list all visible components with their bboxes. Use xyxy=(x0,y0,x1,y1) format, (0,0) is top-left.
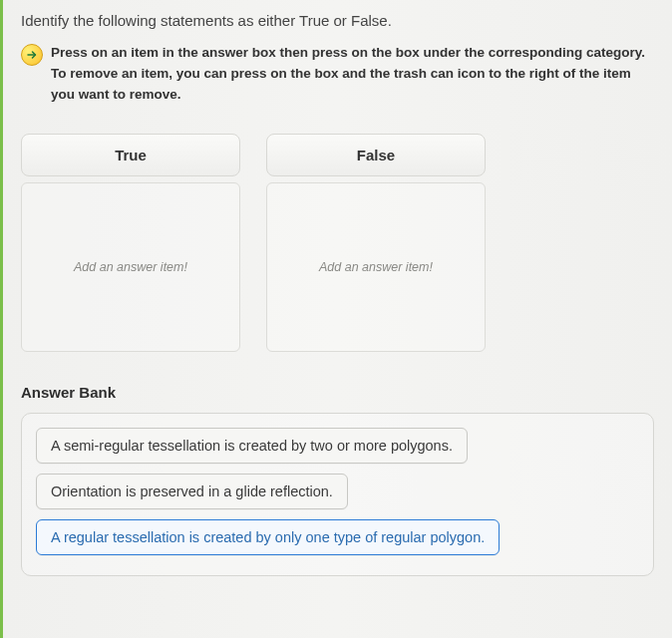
dropzone-false[interactable]: Add an answer item! xyxy=(266,182,486,352)
arrow-right-icon xyxy=(21,44,43,66)
dropzone-placeholder: Add an answer item! xyxy=(74,260,187,274)
instructions-text: Press on an item in the answer box then … xyxy=(51,43,654,106)
answer-item[interactable]: A semi-regular tessellation is created b… xyxy=(36,428,468,464)
answer-bank-container: A semi-regular tessellation is created b… xyxy=(21,413,654,576)
answer-bank-title: Answer Bank xyxy=(21,384,654,401)
category-true: True Add an answer item! xyxy=(21,134,240,352)
answer-item[interactable]: A regular tessellation is created by onl… xyxy=(36,519,500,555)
categories-container: True Add an answer item! False Add an an… xyxy=(21,134,654,352)
answer-item[interactable]: Orientation is preserved in a glide refl… xyxy=(36,474,348,509)
category-false: False Add an answer item! xyxy=(266,134,486,352)
instructions-row: Press on an item in the answer box then … xyxy=(21,43,654,106)
category-header-true: True xyxy=(21,134,240,176)
dropzone-placeholder: Add an answer item! xyxy=(319,260,433,274)
dropzone-true[interactable]: Add an answer item! xyxy=(21,182,240,352)
category-header-false: False xyxy=(266,134,486,176)
question-prompt: Identify the following statements as eit… xyxy=(21,12,654,29)
